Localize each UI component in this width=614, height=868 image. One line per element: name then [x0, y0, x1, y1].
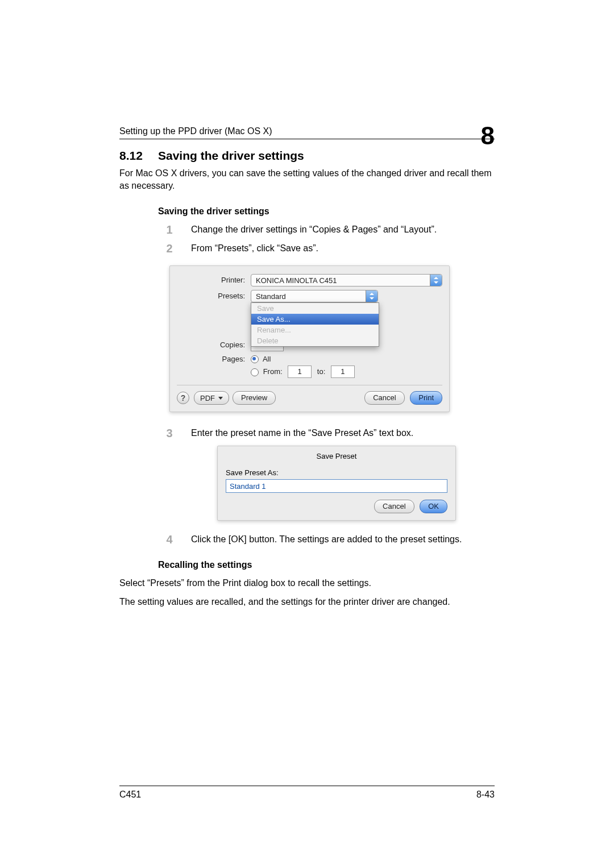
print-button[interactable]: Print — [410, 391, 442, 405]
presets-menu-save-as[interactable]: Save As... — [251, 314, 379, 325]
cancel-button[interactable]: Cancel — [364, 391, 404, 405]
pages-all-label: All — [263, 355, 271, 363]
section-title: Saving the driver settings — [158, 149, 304, 163]
pages-to-field[interactable]: 1 — [331, 366, 355, 378]
pages-from-field[interactable]: 1 — [288, 366, 312, 378]
pages-label: Pages: — [177, 355, 251, 363]
section-intro: For Mac OS X drivers, you can save the s… — [119, 167, 495, 193]
subheading-recalling: Recalling the settings — [158, 560, 495, 570]
page-body: 8.12 Saving the driver settings For Mac … — [119, 149, 495, 614]
save-preset-cancel-button[interactable]: Cancel — [374, 500, 414, 513]
step-text: Change the driver settings in “Copies & … — [191, 223, 437, 236]
printer-dropdown[interactable]: KONICA MINOLTA C451 — [251, 274, 442, 286]
pdf-dropdown-button[interactable]: PDF — [194, 391, 229, 405]
recall-paragraph-2: The setting values are recalled, and the… — [119, 596, 495, 608]
save-preset-input[interactable]: Standard 1 — [226, 479, 447, 493]
footer-page-number: 8-43 — [476, 790, 495, 800]
preview-button[interactable]: Preview — [233, 391, 276, 405]
presets-open-menu: Save Save As... Rename... Delete — [251, 302, 379, 347]
footer-model: C451 — [119, 790, 141, 800]
save-preset-title: Save Preset — [226, 452, 447, 460]
save-preset-field-label: Save Preset As: — [226, 468, 447, 477]
printer-label: Printer: — [177, 276, 251, 284]
step-number: 4 — [158, 533, 181, 546]
step-1: 1 Change the driver settings in “Copies … — [158, 223, 495, 236]
print-dialog-screenshot: Printer: KONICA MINOLTA C451 Presets: St… — [169, 265, 450, 413]
step-text: Enter the preset name in the “Save Prese… — [191, 427, 413, 439]
presets-menu-delete[interactable]: Delete — [251, 335, 379, 346]
presets-menu-save[interactable]: Save — [251, 303, 379, 314]
step-number: 3 — [158, 427, 181, 440]
step-2: 2 From “Presets”, click “Save as”. — [158, 242, 495, 255]
step-number: 2 — [158, 242, 181, 255]
pages-from-label: From: — [263, 367, 283, 376]
running-title: Setting up the PPD driver (Mac OS X) — [119, 126, 272, 136]
help-icon[interactable]: ? — [177, 392, 189, 404]
recall-paragraph-1: Select “Presets” from the Print dialog b… — [119, 577, 495, 589]
presets-menu-rename[interactable]: Rename... — [251, 325, 379, 335]
save-preset-dialog-screenshot: Save Preset Save Preset As: Standard 1 C… — [217, 446, 456, 521]
pages-from-radio[interactable] — [251, 368, 259, 376]
step-text: Click the [OK] button. The settings are … — [191, 533, 462, 546]
subheading-saving: Saving the driver settings — [158, 206, 495, 217]
section-number: 8.12 — [119, 149, 149, 163]
dropdown-arrow-icon — [430, 275, 442, 286]
chevron-down-icon — [218, 397, 223, 400]
page-header: Setting up the PPD driver (Mac OS X) 8 — [119, 122, 495, 139]
step-3: 3 Enter the preset name in the “Save Pre… — [158, 427, 495, 440]
step-text: From “Presets”, click “Save as”. — [191, 242, 318, 255]
pages-to-label: to: — [317, 367, 325, 376]
pdf-label: PDF — [200, 394, 215, 402]
page-footer: C451 8-43 — [119, 786, 495, 800]
presets-value: Standard — [256, 292, 286, 301]
dropdown-arrow-icon — [366, 290, 377, 302]
chapter-number: 8 — [481, 128, 495, 143]
presets-dropdown[interactable]: Standard — [251, 290, 378, 302]
step-number: 1 — [158, 223, 181, 236]
copies-label: Copies: — [177, 340, 251, 349]
printer-value: KONICA MINOLTA C451 — [256, 276, 337, 285]
step-4: 4 Click the [OK] button. The settings ar… — [158, 533, 495, 546]
pages-all-radio[interactable] — [251, 355, 259, 363]
page: Setting up the PPD driver (Mac OS X) 8 8… — [0, 0, 614, 868]
save-preset-ok-button[interactable]: OK — [420, 500, 447, 513]
presets-label: Presets: — [177, 292, 251, 300]
